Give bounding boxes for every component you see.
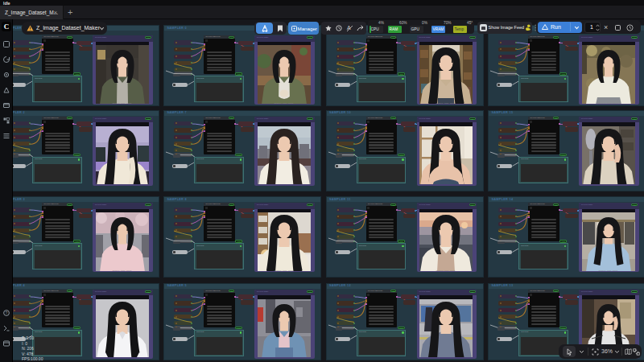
svg-text:ComfyUI_temp_00001_: ComfyUI_temp_00001_ xyxy=(274,356,295,357)
svg-text:ComfyUI_temp_00001_: ComfyUI_temp_00001_ xyxy=(274,269,295,271)
svg-text:ComfyUI_temp_00001_: ComfyUI_temp_00001_ xyxy=(274,102,295,104)
svg-text:ComfyUI_temp_00001_: ComfyUI_temp_00001_ xyxy=(436,183,456,184)
svg-text:?: ? xyxy=(6,311,8,315)
svg-text:ComfyUI_temp_00001_: ComfyUI_temp_00001_ xyxy=(436,269,456,271)
svg-text:ComfyUI_temp_00001_: ComfyUI_temp_00001_ xyxy=(112,183,133,184)
svg-text:ComfyUI_temp_00001_: ComfyUI_temp_00001_ xyxy=(274,183,295,184)
svg-text:ComfyUI_temp_00001_: ComfyUI_temp_00001_ xyxy=(436,356,456,357)
svg-text:ComfyUI_temp_00001_: ComfyUI_temp_00001_ xyxy=(598,102,619,104)
svg-text:ComfyUI_temp_00001_: ComfyUI_temp_00001_ xyxy=(598,183,619,184)
svg-text:ComfyUI_temp_00001_: ComfyUI_temp_00001_ xyxy=(112,102,133,104)
svg-text:ComfyUI_temp_00001_: ComfyUI_temp_00001_ xyxy=(436,102,456,104)
svg-text:ComfyUI_temp_00001_: ComfyUI_temp_00001_ xyxy=(598,269,619,271)
svg-text:ComfyUI_temp_00001_: ComfyUI_temp_00001_ xyxy=(112,269,133,271)
svg-text:ComfyUI_temp_00001_: ComfyUI_temp_00001_ xyxy=(112,356,133,357)
